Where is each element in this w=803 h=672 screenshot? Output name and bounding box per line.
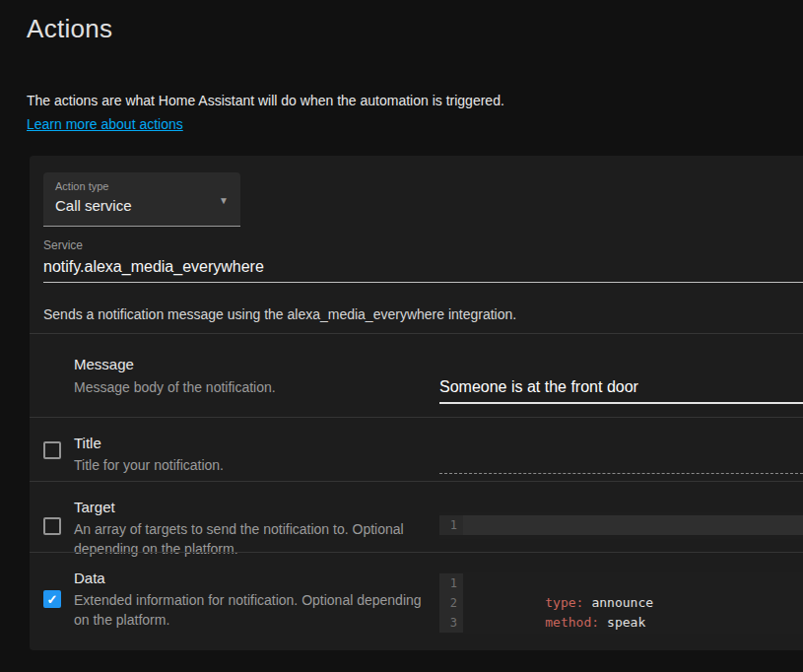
chevron-down-icon: ▼ <box>219 195 229 206</box>
service-input[interactable]: notify.alexa_media_everywhere <box>43 258 264 276</box>
code-content <box>463 613 803 633</box>
action-type-label: Action type <box>55 180 108 192</box>
data-checkbox[interactable]: ✓ <box>43 590 61 608</box>
service-description: Sends a notification message using the a… <box>43 306 516 322</box>
line-number: 1 <box>439 515 463 535</box>
code-line: 1 type:announce <box>439 573 803 593</box>
intro-text: The actions are what Home Assistant will… <box>27 93 504 108</box>
code-content: method:speak <box>463 593 803 613</box>
message-value: Someone is at the front door <box>439 378 638 395</box>
action-card: Action type Call service ▼ Service notif… <box>30 156 803 650</box>
field-description-data: Extended information for notification. O… <box>74 590 434 630</box>
target-checkbox[interactable] <box>43 517 61 535</box>
learn-more-link[interactable]: Learn more about actions <box>27 116 183 132</box>
page-title: Actions <box>27 14 112 44</box>
service-input-underline <box>43 282 803 283</box>
line-number: 1 <box>439 573 463 593</box>
field-description-message: Message body of the notification. <box>74 377 434 397</box>
action-type-value: Call service <box>55 197 132 214</box>
line-number: 2 <box>439 593 463 613</box>
divider <box>30 417 803 418</box>
code-line: 2 method:speak <box>439 593 803 613</box>
target-yaml-editor[interactable]: 1 <box>439 512 803 539</box>
data-yaml-editor[interactable]: 1 type:announce 2 method:speak 3 <box>439 572 803 634</box>
title-input-disabled <box>439 473 803 474</box>
code-content <box>463 515 803 535</box>
code-line: 3 <box>439 613 803 633</box>
field-name-message: Message <box>74 356 134 372</box>
divider <box>30 481 803 482</box>
field-description-target: An array of targets to send the notifica… <box>74 519 434 559</box>
code-line: 1 <box>439 515 803 535</box>
code-content: type:announce <box>463 573 803 593</box>
divider <box>30 552 803 553</box>
field-name-data: Data <box>74 570 105 586</box>
action-type-select[interactable]: Action type Call service ▼ <box>43 172 240 227</box>
field-description-title: Title for your notification. <box>74 455 434 475</box>
field-name-title: Title <box>74 435 101 451</box>
service-label: Service <box>43 238 83 252</box>
message-input[interactable]: Someone is at the front door <box>439 378 803 404</box>
automation-actions-panel: Actions The actions are what Home Assist… <box>0 0 803 672</box>
checkmark-icon: ✓ <box>47 593 58 606</box>
title-checkbox[interactable] <box>43 441 61 459</box>
line-number: 3 <box>439 613 463 633</box>
field-name-target: Target <box>74 499 115 515</box>
divider <box>30 333 803 334</box>
